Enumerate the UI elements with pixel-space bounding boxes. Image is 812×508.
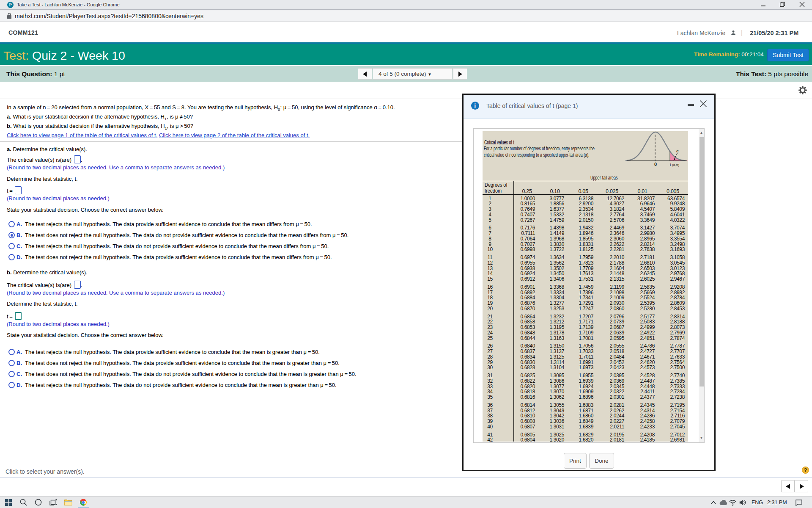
svg-text:(α,df): (α,df) [672, 163, 680, 167]
svg-text:α: α [676, 149, 679, 153]
svg-text:t: t [670, 163, 671, 167]
svg-text:0: 0 [654, 162, 657, 167]
svg-text:P: P [9, 2, 12, 7]
